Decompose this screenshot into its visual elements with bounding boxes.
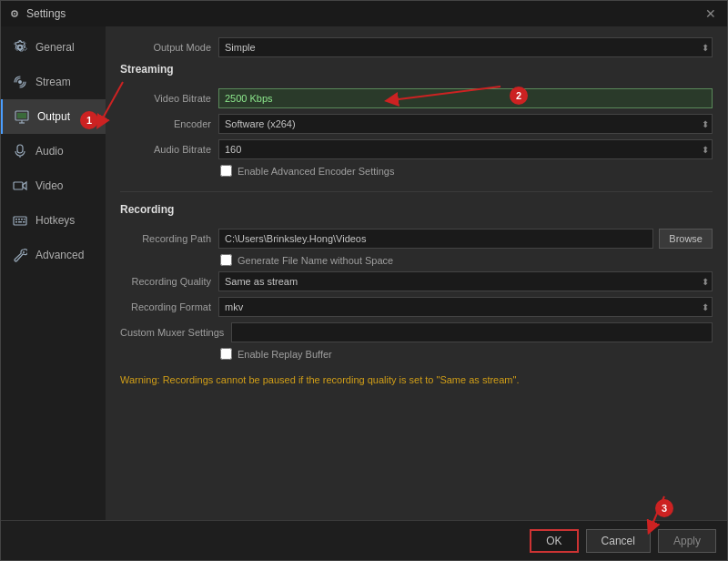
sidebar-label-output: Output bbox=[37, 110, 70, 123]
recording-quality-label: Recording Quality bbox=[120, 276, 211, 287]
custom-muxer-row: Custom Muxer Settings bbox=[120, 322, 713, 342]
streaming-section: Streaming Video Bitrate Encoder bbox=[120, 63, 713, 177]
svg-rect-18 bbox=[23, 221, 25, 223]
video-bitrate-row: Video Bitrate bbox=[120, 88, 713, 108]
recording-section-title: Recording bbox=[120, 203, 713, 219]
bottom-bar: OK Cancel Apply bbox=[1, 520, 727, 560]
advanced-encoder-label[interactable]: Enable Advanced Encoder Settings bbox=[238, 166, 394, 177]
video-bitrate-wrapper[interactable] bbox=[218, 88, 713, 108]
recording-format-select[interactable]: mkv mp4 flv bbox=[218, 297, 713, 317]
svg-rect-12 bbox=[15, 219, 17, 220]
recording-path-row: Recording Path Browse bbox=[120, 229, 713, 249]
encoder-row: Encoder Software (x264) ⬍ bbox=[120, 114, 713, 134]
recording-path-controls: Browse bbox=[218, 229, 713, 249]
cancel-button[interactable]: Cancel bbox=[586, 529, 651, 553]
sidebar-label-video: Video bbox=[35, 179, 63, 192]
recording-format-wrapper[interactable]: mkv mp4 flv ⬍ bbox=[218, 297, 713, 317]
advanced-encoder-checkbox[interactable] bbox=[220, 165, 232, 177]
section-divider bbox=[120, 191, 713, 192]
svg-point-19 bbox=[23, 251, 25, 253]
ok-button[interactable]: OK bbox=[530, 529, 578, 553]
svg-point-1 bbox=[14, 13, 15, 15]
sidebar-label-general: General bbox=[35, 41, 75, 54]
output-icon bbox=[14, 108, 30, 125]
recording-path-label: Recording Path bbox=[120, 233, 211, 244]
audio-bitrate-wrapper[interactable]: 160 128 192 320 ⬍ bbox=[218, 139, 713, 159]
audio-bitrate-label: Audio Bitrate bbox=[120, 144, 211, 155]
recording-quality-wrapper[interactable]: Same as stream ⬍ bbox=[218, 271, 713, 291]
settings-window-icon bbox=[8, 7, 21, 20]
stream-icon bbox=[12, 74, 28, 90]
video-icon bbox=[12, 178, 28, 194]
recording-path-input[interactable] bbox=[218, 229, 653, 249]
encoder-select[interactable]: Software (x264) bbox=[218, 114, 713, 134]
recording-format-label: Recording Format bbox=[120, 301, 211, 312]
custom-muxer-control bbox=[231, 322, 713, 342]
encoder-select-wrapper[interactable]: Software (x264) ⬍ bbox=[218, 114, 713, 134]
generate-filename-row: Generate File Name without Space bbox=[220, 254, 713, 266]
apply-button[interactable]: Apply bbox=[658, 529, 716, 553]
output-mode-select[interactable]: Simple Advanced bbox=[218, 37, 713, 57]
recording-quality-select[interactable]: Same as stream bbox=[218, 271, 713, 291]
sidebar-item-audio[interactable]: Audio bbox=[1, 134, 106, 168]
recording-format-row: Recording Format mkv mp4 flv ⬍ bbox=[120, 297, 713, 317]
sidebar: General Stream bbox=[1, 26, 106, 520]
encoder-label: Encoder bbox=[120, 118, 211, 129]
warning-text: Warning: Recordings cannot be paused if … bbox=[120, 374, 713, 385]
sidebar-label-hotkeys: Hotkeys bbox=[35, 214, 75, 227]
sidebar-item-advanced[interactable]: Advanced bbox=[1, 238, 106, 272]
browse-button[interactable]: Browse bbox=[659, 229, 713, 249]
generate-filename-label[interactable]: Generate File Name without Space bbox=[238, 255, 393, 266]
svg-rect-10 bbox=[14, 182, 23, 189]
svg-rect-14 bbox=[21, 219, 23, 220]
window-title: Settings bbox=[26, 7, 66, 20]
generate-filename-checkbox[interactable] bbox=[220, 254, 232, 266]
sidebar-item-video[interactable]: Video bbox=[1, 168, 106, 203]
sidebar-item-stream[interactable]: Stream bbox=[1, 65, 106, 99]
svg-point-2 bbox=[18, 46, 23, 50]
svg-rect-17 bbox=[18, 221, 22, 223]
svg-rect-13 bbox=[18, 219, 20, 220]
output-mode-row: Output Mode Simple Advanced ⬍ bbox=[120, 37, 713, 57]
audio-icon bbox=[12, 143, 28, 159]
gear-icon bbox=[12, 39, 28, 56]
svg-point-3 bbox=[18, 80, 22, 84]
svg-rect-8 bbox=[17, 145, 23, 153]
close-button[interactable]: ✕ bbox=[702, 6, 720, 21]
video-bitrate-label: Video Bitrate bbox=[120, 93, 211, 104]
replay-buffer-checkbox[interactable] bbox=[220, 348, 232, 360]
audio-bitrate-select[interactable]: 160 128 192 320 bbox=[218, 139, 713, 159]
recording-quality-row: Recording Quality Same as stream ⬍ bbox=[120, 271, 713, 291]
audio-bitrate-row: Audio Bitrate 160 128 192 320 ⬍ bbox=[120, 139, 713, 159]
sidebar-item-general[interactable]: General bbox=[1, 30, 106, 65]
replay-buffer-row: Enable Replay Buffer bbox=[220, 348, 713, 360]
sidebar-item-hotkeys[interactable]: Hotkeys bbox=[1, 203, 106, 238]
svg-rect-16 bbox=[15, 221, 17, 223]
custom-muxer-input[interactable] bbox=[231, 322, 713, 342]
sidebar-label-audio: Audio bbox=[35, 145, 64, 158]
svg-rect-5 bbox=[17, 113, 26, 118]
output-mode-select-wrapper[interactable]: Simple Advanced ⬍ bbox=[218, 37, 713, 57]
svg-rect-11 bbox=[14, 217, 26, 225]
output-mode-label: Output Mode bbox=[120, 42, 211, 53]
video-bitrate-input[interactable] bbox=[218, 88, 713, 108]
recording-section: Recording Recording Path Browse bbox=[120, 203, 713, 360]
streaming-section-title: Streaming bbox=[120, 63, 713, 79]
main-content: Output Mode Simple Advanced ⬍ Streaming bbox=[106, 26, 727, 520]
replay-buffer-label[interactable]: Enable Replay Buffer bbox=[238, 349, 332, 360]
custom-muxer-label: Custom Muxer Settings bbox=[120, 327, 224, 338]
sidebar-item-output[interactable]: Output bbox=[1, 99, 106, 134]
svg-rect-15 bbox=[24, 219, 25, 220]
sidebar-label-advanced: Advanced bbox=[35, 249, 84, 261]
advanced-encoder-checkbox-row: Enable Advanced Encoder Settings bbox=[220, 165, 713, 177]
sidebar-label-stream: Stream bbox=[35, 76, 71, 88]
title-bar: Settings ✕ bbox=[1, 1, 727, 26]
keyboard-icon bbox=[12, 212, 28, 229]
wrench-icon bbox=[12, 247, 28, 263]
